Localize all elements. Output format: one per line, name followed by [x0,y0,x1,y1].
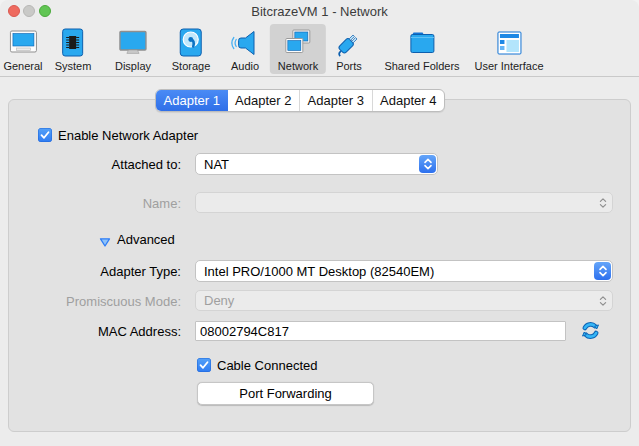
chevron-up-down-icon [598,193,608,212]
chevron-up-down-icon [419,155,436,173]
tab-adapter-3[interactable]: Adapter 3 [299,90,372,111]
storage-icon [175,27,207,59]
vm-settings-window: BitcrazeVM 1 - Network General [0,0,639,446]
chevron-up-down-icon [598,291,608,310]
tab-adapter-2[interactable]: Adapter 2 [228,90,300,111]
regenerate-mac-button[interactable] [580,320,601,341]
toolbar-label: Display [115,60,151,72]
network-settings-panel: Enable Network Adapter Attached to: NAT … [8,99,631,432]
display-icon [117,27,149,59]
triangle-down-icon [99,237,111,248]
toolbar-label: General [3,60,42,72]
chevron-up-down-icon [594,262,611,280]
toolbar-label: System [55,60,92,72]
adapter-type-popup[interactable]: Intel PRO/1000 MT Desktop (82540EM) [195,260,613,282]
toolbar-item-system[interactable]: System [47,24,100,74]
attached-to-value: NAT [204,154,229,174]
toolbar-item-storage[interactable]: Storage [164,24,219,74]
system-icon [57,27,89,59]
enable-network-adapter-checkbox[interactable] [38,128,52,142]
toolbar-item-display[interactable]: Display [107,24,159,74]
cable-connected-checkbox[interactable] [197,358,211,372]
promiscuous-mode-popup: Deny [195,290,613,311]
window-title: BitcrazeVM 1 - Network [0,0,639,22]
tab-adapter-4[interactable]: Adapter 4 [372,90,445,111]
toolbar-item-user-interface[interactable]: User Interface [466,24,551,74]
adapter-tab-bar: Adapter 1 Adapter 2 Adapter 3 Adapter 4 [155,89,445,112]
promiscuous-mode-label: Promiscuous Mode: [9,294,181,310]
attached-to-label: Attached to: [9,157,181,173]
ports-icon [333,27,365,59]
checkmark-icon [39,129,51,141]
mac-address-label: MAC Address: [9,324,181,340]
toolbar-label: Network [278,60,318,72]
port-forwarding-button[interactable]: Port Forwarding [197,382,374,405]
adapter-type-label: Adapter Type: [9,264,181,280]
general-icon [7,27,39,59]
toolbar-label: Ports [336,60,362,72]
audio-icon [229,27,261,59]
toolbar-item-network[interactable]: Network [270,24,326,74]
shared-folders-icon [406,27,438,59]
network-icon [282,27,314,59]
settings-toolbar: General System Dis [0,22,639,77]
toolbar-label: User Interface [474,60,543,72]
attached-to-popup[interactable]: NAT [195,153,438,175]
toolbar-item-general[interactable]: General [0,24,51,74]
toolbar-label: Storage [172,60,211,72]
name-label: Name: [9,196,181,212]
toolbar-item-shared-folders[interactable]: Shared Folders [376,24,467,74]
title-bar: BitcrazeVM 1 - Network [0,0,639,22]
enable-network-adapter-label: Enable Network Adapter [58,128,198,143]
mac-address-input[interactable] [195,321,566,341]
tab-adapter-1[interactable]: Adapter 1 [156,90,228,111]
toolbar-label: Audio [231,60,259,72]
refresh-icon [580,320,601,341]
toolbar-label: Shared Folders [384,60,459,72]
advanced-label: Advanced [117,232,175,247]
promiscuous-mode-value: Deny [204,291,234,310]
minimize-button [23,5,35,17]
zoom-button[interactable] [39,5,51,17]
close-button[interactable] [8,5,20,17]
checkmark-icon [198,359,210,371]
cable-connected-label: Cable Connected [217,358,317,373]
name-combobox [195,192,613,213]
toolbar-item-audio[interactable]: Audio [221,24,269,74]
advanced-disclosure-triangle[interactable] [99,234,111,252]
toolbar-item-ports[interactable]: Ports [325,24,373,74]
adapter-type-value: Intel PRO/1000 MT Desktop (82540EM) [204,261,434,281]
user-interface-icon [493,27,525,59]
